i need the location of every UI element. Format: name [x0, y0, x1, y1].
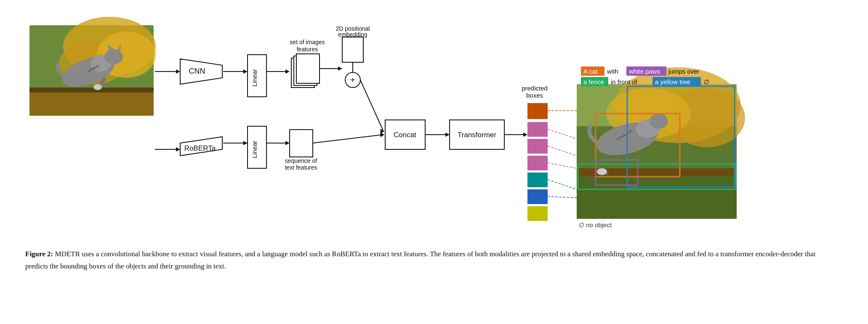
svg-text:boxes: boxes	[526, 92, 543, 99]
svg-text:set of images: set of images	[290, 39, 325, 45]
svg-marker-31	[338, 66, 342, 71]
svg-marker-20	[243, 69, 248, 74]
svg-line-75	[548, 146, 577, 156]
svg-text:Linear: Linear	[251, 69, 258, 87]
svg-rect-84	[577, 173, 737, 219]
svg-marker-16	[176, 69, 180, 74]
svg-text:text features: text features	[285, 164, 317, 171]
svg-text:with: with	[607, 68, 618, 75]
svg-text:A cat: A cat	[583, 68, 598, 75]
svg-rect-70	[527, 173, 548, 187]
svg-rect-27	[296, 54, 320, 83]
svg-text:+: +	[350, 75, 355, 85]
svg-marker-44	[176, 147, 180, 151]
figure-label: Figure 2:	[25, 250, 53, 258]
svg-text:features: features	[297, 46, 318, 53]
svg-text:sequence of: sequence of	[285, 157, 317, 164]
svg-rect-32	[342, 37, 363, 62]
svg-rect-51	[290, 130, 313, 157]
svg-text:CNN: CNN	[189, 67, 205, 75]
svg-marker-46	[243, 141, 248, 145]
svg-marker-50	[285, 141, 290, 145]
svg-marker-55	[380, 132, 384, 137]
svg-line-54	[313, 135, 383, 143]
svg-text:Transformer: Transformer	[458, 131, 496, 139]
svg-text:embedding: embedding	[338, 31, 367, 38]
caption-text: MDETR uses a convolutional backbone to e…	[25, 250, 815, 270]
svg-marker-24	[285, 69, 290, 74]
svg-text:jumps over: jumps over	[668, 68, 699, 75]
svg-line-76	[548, 163, 577, 168]
svg-rect-71	[527, 189, 548, 204]
diagram-area: CNN Linear set of images features 2D pos…	[25, 13, 843, 236]
svg-line-74	[548, 129, 577, 139]
svg-text:white paws: white paws	[628, 68, 660, 75]
svg-marker-63	[523, 133, 527, 137]
svg-marker-59	[445, 133, 450, 137]
figure-caption: Figure 2: MDETR uses a convolutional bac…	[25, 248, 825, 273]
svg-rect-68	[527, 139, 548, 154]
svg-text:∅: ∅	[704, 78, 709, 85]
svg-text:a yellow tree: a yellow tree	[655, 78, 690, 85]
svg-line-78	[548, 197, 577, 198]
svg-text:F: F	[606, 172, 610, 178]
svg-rect-72	[527, 206, 548, 221]
svg-text:∅ no object: ∅ no object	[579, 221, 612, 228]
svg-text:predicted: predicted	[522, 85, 548, 92]
svg-text:Concat: Concat	[394, 131, 416, 139]
svg-text:RoBERTa: RoBERTa	[184, 144, 216, 152]
svg-line-77	[548, 180, 577, 189]
svg-rect-66	[527, 103, 548, 119]
svg-rect-67	[527, 122, 548, 137]
svg-text:a fence: a fence	[583, 78, 604, 85]
main-container: CNN Linear set of images features 2D pos…	[0, 0, 868, 285]
svg-text:in front of: in front of	[611, 78, 637, 85]
svg-rect-5	[29, 88, 154, 93]
svg-point-14	[93, 84, 102, 90]
svg-line-39	[360, 80, 383, 130]
svg-rect-69	[527, 156, 548, 170]
svg-point-91	[597, 168, 607, 175]
svg-rect-4	[29, 90, 154, 116]
svg-point-8	[104, 49, 123, 64]
svg-text:Linear: Linear	[251, 141, 258, 158]
svg-point-88	[650, 114, 668, 129]
